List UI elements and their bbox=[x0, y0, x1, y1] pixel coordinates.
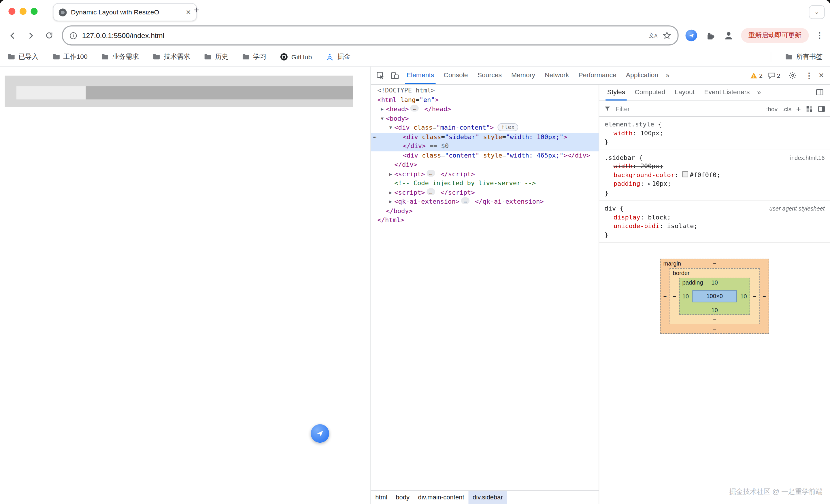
dom-tree-line[interactable]: <!DOCTYPE html> bbox=[371, 86, 599, 95]
devtools-tab-sources[interactable]: Sources bbox=[473, 67, 506, 84]
site-info-icon[interactable] bbox=[69, 31, 77, 39]
dom-tree-line[interactable]: <!-- Code injected by live-server --> bbox=[371, 179, 599, 188]
breadcrumb-item[interactable]: body bbox=[392, 491, 414, 504]
ellipsis-pill[interactable]: … bbox=[461, 197, 469, 204]
bookmark-item[interactable]: 历史 bbox=[204, 53, 228, 61]
devtools-tab-network[interactable]: Network bbox=[540, 67, 574, 84]
padding-right-value[interactable]: 10 bbox=[740, 293, 747, 300]
dom-tree-line[interactable]: </body> bbox=[371, 206, 599, 216]
collapse-arrow-icon[interactable]: ▶ bbox=[387, 170, 394, 179]
devtools-tab-memory[interactable]: Memory bbox=[506, 67, 540, 84]
dom-tree-line[interactable]: ▼<div class="main-content">flex bbox=[371, 123, 599, 132]
breadcrumb-item[interactable]: div.main-content bbox=[414, 491, 468, 504]
color-swatch[interactable] bbox=[682, 171, 688, 177]
new-style-rule-button[interactable]: + bbox=[796, 104, 801, 113]
panel-layout-icon[interactable] bbox=[816, 89, 827, 97]
dom-tree-line[interactable]: </html> bbox=[371, 216, 599, 225]
box-model-content[interactable]: 100×0 bbox=[692, 290, 737, 302]
stylesheet-source-link[interactable]: user agent stylesheet bbox=[769, 204, 825, 213]
border-left-value[interactable]: − bbox=[673, 293, 676, 300]
issues-badge[interactable]: 2 bbox=[768, 72, 780, 79]
devtools-tab-console[interactable]: Console bbox=[439, 67, 473, 84]
toggle-hov[interactable]: :hov bbox=[766, 105, 777, 112]
toggle-cls[interactable]: .cls bbox=[783, 105, 792, 112]
ellipsis-pill[interactable]: … bbox=[426, 188, 435, 195]
collapse-arrow-icon[interactable]: ▶ bbox=[387, 197, 394, 206]
ellipsis-pill[interactable]: … bbox=[410, 105, 419, 112]
stylesheet-source-link[interactable]: index.html:16 bbox=[790, 153, 825, 162]
bookmark-item[interactable]: GitHub bbox=[280, 53, 312, 61]
ellipsis-pill[interactable]: … bbox=[426, 170, 435, 176]
minimize-window-button[interactable] bbox=[20, 8, 27, 15]
device-toolbar-icon[interactable] bbox=[387, 68, 402, 83]
devtools-tab-application[interactable]: Application bbox=[621, 67, 663, 84]
devtools-tab-performance[interactable]: Performance bbox=[574, 67, 621, 84]
dom-tree-line[interactable]: </div> bbox=[371, 160, 599, 170]
browser-tab[interactable]: Dynamic Layout with ResizeO ✕ bbox=[53, 3, 197, 21]
bookmark-star-icon[interactable] bbox=[663, 31, 671, 39]
computed-sidebar-icon[interactable] bbox=[818, 105, 825, 112]
collapse-arrow-icon[interactable]: ▶ bbox=[387, 188, 394, 197]
expand-arrow-icon[interactable]: ▼ bbox=[387, 123, 394, 132]
ai-floating-ball[interactable] bbox=[311, 424, 329, 443]
padding-bottom-value[interactable]: 10 bbox=[679, 307, 749, 313]
style-property[interactable]: display: block; bbox=[605, 213, 825, 222]
padding-left-value[interactable]: 10 bbox=[682, 293, 689, 300]
dom-tree-line[interactable]: ▶<qk-ai-extension>… </qk-ai-extension> bbox=[371, 197, 599, 206]
dom-tree-line[interactable]: </div> == $0 bbox=[371, 142, 599, 151]
devtools-menu-icon[interactable]: ⋮ bbox=[805, 71, 813, 80]
new-tab-button[interactable]: + bbox=[194, 5, 199, 16]
forward-icon[interactable] bbox=[25, 30, 36, 41]
bookmark-item[interactable]: 掘金 bbox=[326, 53, 350, 61]
box-model-margin[interactable]: margin − − − − border − − − − padding bbox=[660, 259, 769, 334]
border-top-value[interactable]: − bbox=[670, 270, 759, 276]
node-options-icon[interactable]: ⋯ bbox=[373, 132, 376, 142]
ai-extension-icon[interactable] bbox=[685, 30, 697, 41]
style-property[interactable]: padding: ▶10px; bbox=[605, 179, 825, 189]
bookmark-item[interactable]: 技术需求 bbox=[153, 53, 190, 61]
style-property[interactable]: background-color: #f0f0f0; bbox=[605, 170, 825, 179]
dom-tree-line[interactable]: ⋯<div class="sidebar" style="width: 100p… bbox=[371, 132, 599, 142]
styles-filter-input[interactable]: Filter bbox=[615, 105, 761, 112]
style-property[interactable]: unicode-bidi: isolate; bbox=[605, 222, 825, 230]
extensions-puzzle-icon[interactable] bbox=[704, 30, 715, 41]
collapse-arrow-icon[interactable]: ▶ bbox=[379, 105, 385, 114]
styles-tab-event-listeners[interactable]: Event Listeners bbox=[699, 84, 755, 101]
devtools-tab-elements[interactable]: Elements bbox=[402, 67, 439, 84]
bookmark-item[interactable]: 已导入 bbox=[7, 53, 38, 61]
bookmark-item[interactable]: 工作100 bbox=[52, 53, 88, 61]
more-tabs-icon[interactable]: » bbox=[663, 71, 672, 79]
dom-tree-line[interactable]: <div class="content" style="width: 465px… bbox=[371, 151, 599, 160]
zoom-window-button[interactable] bbox=[31, 8, 38, 15]
breadcrumb-item[interactable]: html bbox=[371, 491, 392, 504]
margin-right-value[interactable]: − bbox=[763, 293, 766, 300]
back-icon[interactable] bbox=[6, 30, 18, 41]
bookmark-item[interactable]: 学习 bbox=[242, 53, 266, 61]
url-text[interactable]: 127.0.0.1:5500/index.html bbox=[82, 31, 644, 39]
border-right-value[interactable]: − bbox=[753, 293, 757, 300]
devtools-close-icon[interactable]: ✕ bbox=[819, 71, 824, 79]
styles-tab-computed[interactable]: Computed bbox=[630, 84, 670, 101]
browser-menu-icon[interactable]: ⋮ bbox=[816, 31, 824, 40]
rule-selector[interactable]: element.style bbox=[605, 121, 655, 128]
flex-badge[interactable]: flex bbox=[498, 123, 518, 131]
dom-tree-line[interactable]: ▶<head>… </head> bbox=[371, 105, 599, 114]
reload-icon[interactable] bbox=[43, 30, 55, 41]
warnings-badge[interactable]: 2 bbox=[750, 72, 763, 79]
box-model-padding[interactable]: padding 10 10 10 10 100×0 bbox=[679, 278, 750, 315]
margin-bottom-value[interactable]: − bbox=[661, 326, 769, 332]
dom-tree-line[interactable]: ▼<body> bbox=[371, 114, 599, 123]
rule-selector[interactable]: .sidebar bbox=[605, 154, 635, 161]
relaunch-update-button[interactable]: 重新启动即可更新 bbox=[741, 28, 809, 43]
margin-top-value[interactable]: − bbox=[661, 260, 769, 267]
address-bar[interactable]: 127.0.0.1:5500/index.html 文A bbox=[62, 25, 679, 45]
all-bookmarks-button[interactable]: 所有书签 bbox=[785, 53, 823, 61]
tab-close-icon[interactable]: ✕ bbox=[186, 8, 191, 16]
breadcrumb-item[interactable]: div.sidebar bbox=[468, 491, 507, 504]
expand-shorthand-icon[interactable]: ▶ bbox=[648, 181, 650, 186]
border-bottom-value[interactable]: − bbox=[670, 316, 759, 323]
more-styles-tabs-icon[interactable]: » bbox=[755, 89, 764, 97]
padding-top-value[interactable]: 10 bbox=[679, 279, 749, 286]
rendering-emulation-icon[interactable] bbox=[805, 105, 813, 112]
margin-left-value[interactable]: − bbox=[663, 293, 667, 300]
